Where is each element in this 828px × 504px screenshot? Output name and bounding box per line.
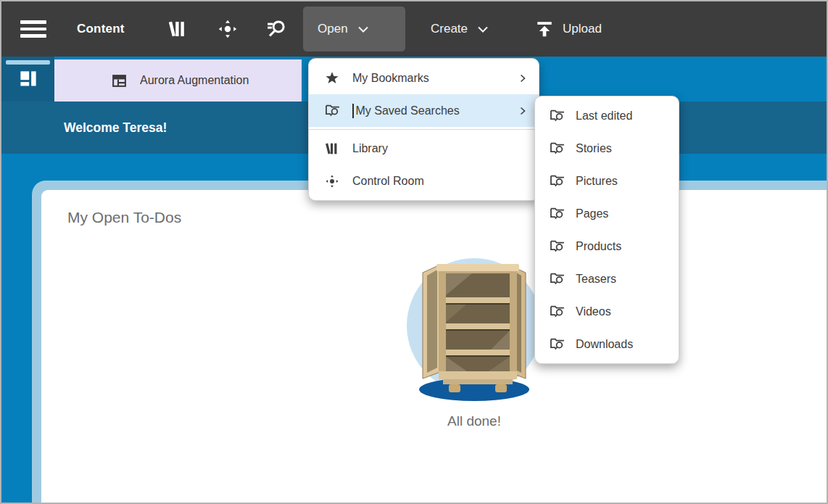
submenu-item-teasers[interactable]: Teasers [535,263,679,295]
page-icon [111,73,128,89]
library-icon [323,140,341,157]
folder-search-icon [548,303,566,321]
star-icon [323,70,341,87]
submenu-arrow-icon [520,107,526,115]
submenu-item-pages[interactable]: Pages [535,197,679,230]
todo-panel: My Open To-Dos [32,181,827,504]
control-room-icon [323,173,341,190]
submenu-item-last-edited[interactable]: Last edited [535,99,679,132]
todo-panel-body: My Open To-Dos [41,190,827,504]
empty-state-text: All done! [376,413,572,429]
tab-label: Aurora Augmentation [140,74,249,87]
menu-divider [309,129,539,130]
submenu-item-stories[interactable]: Stories [535,132,679,165]
open-menu-button[interactable]: Open [303,7,405,51]
text-cursor [352,104,354,118]
menu-item-my-bookmarks[interactable]: My Bookmarks [309,62,539,94]
create-menu-button[interactable]: Create [416,7,521,51]
toolbar: Content [1,1,827,57]
menu-item-label: Stories [576,142,612,155]
dashboard-icon [19,70,38,88]
folder-search-icon [548,205,566,223]
upload-button[interactable]: Upload [526,7,610,51]
submenu-arrow-icon [520,74,526,83]
chevron-down-icon [478,26,488,33]
empty-cabinet-illustration [405,255,543,403]
menu-item-label: Downloads [576,338,633,351]
library-button[interactable] [165,17,190,41]
folder-search-icon [548,270,566,288]
welcome-text: Welcome Teresa! [64,120,167,136]
menu-item-library[interactable]: Library [309,132,539,165]
search-button[interactable] [264,17,289,41]
upload-icon [535,20,554,38]
folder-search-icon [548,336,566,353]
submenu-item-downloads[interactable]: Downloads [535,328,679,360]
control-room-icon [217,18,239,40]
todo-panel-title: My Open To-Dos [67,209,181,226]
submenu-item-pictures[interactable]: Pictures [535,165,679,197]
menu-item-label: My Saved Searches [356,104,460,117]
menu-item-label: Library [352,142,388,155]
studio-window: Content [0,0,828,504]
open-dropdown-menu: My Bookmarks My Saved Searches [308,58,539,201]
menu-item-label: Control Room [352,175,424,188]
control-room-button[interactable] [215,17,240,41]
menu-item-my-saved-searches[interactable]: My Saved Searches [309,94,539,127]
app-mode-title: Content [77,1,125,57]
chevron-down-icon [358,26,368,33]
menu-item-label: Videos [576,305,611,318]
menu-item-label: Pictures [576,175,618,188]
create-button-label: Create [431,22,468,36]
folder-search-icon [548,173,566,190]
main-menu-button[interactable] [20,20,46,38]
menu-item-label: Teasers [576,273,616,286]
submenu-item-videos[interactable]: Videos [535,295,679,328]
open-button-label: Open [318,22,348,36]
saved-searches-submenu: Last edited Stories Pictures Pages Produ… [534,96,679,364]
folder-search-icon [548,140,566,157]
folder-search-icon [548,107,566,125]
active-tab-indicator [6,60,50,65]
tab-aurora-augmentation[interactable]: Aurora Augmentation [54,59,302,102]
menu-item-label: My Bookmarks [352,72,429,85]
submenu-item-products[interactable]: Products [535,230,679,263]
find-icon [265,18,287,40]
hamburger-icon [20,20,46,38]
library-icon [167,18,189,40]
dashboard-tab[interactable] [1,57,54,102]
menu-item-label: Pages [576,207,608,220]
folder-search-icon [323,102,341,120]
menu-item-label: Products [576,240,621,253]
menu-item-label: Last edited [576,110,632,123]
upload-button-label: Upload [563,22,602,36]
menu-item-control-room[interactable]: Control Room [309,165,539,197]
folder-search-icon [548,238,566,255]
